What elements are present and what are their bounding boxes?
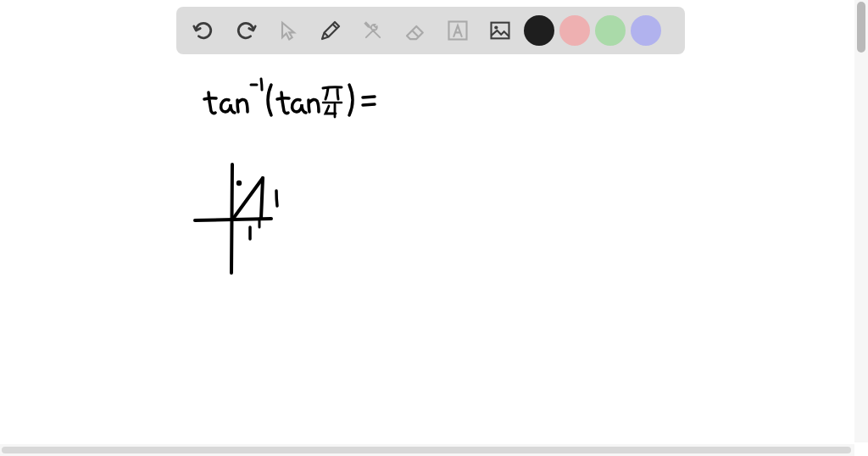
undo-icon	[191, 18, 216, 43]
drawing-canvas[interactable]	[0, 0, 853, 444]
eraser-button[interactable]	[397, 12, 434, 49]
horizontal-scrollbar-thumb[interactable]	[2, 447, 851, 453]
undo-button[interactable]	[185, 12, 222, 49]
vertical-scrollbar[interactable]	[854, 0, 868, 442]
drawing-toolbar	[176, 7, 685, 54]
color-red[interactable]	[559, 15, 590, 46]
svg-point-0	[238, 182, 240, 184]
vertical-scrollbar-thumb[interactable]	[857, 2, 865, 53]
eraser-icon	[403, 18, 428, 43]
pencil-icon	[318, 18, 343, 43]
color-black[interactable]	[524, 15, 554, 46]
cursor-icon	[276, 19, 300, 42]
image-icon	[488, 19, 512, 42]
text-button[interactable]	[439, 12, 476, 49]
horizontal-scrollbar[interactable]	[0, 444, 854, 456]
tools-icon	[361, 19, 385, 42]
pencil-button[interactable]	[312, 12, 349, 49]
redo-button[interactable]	[227, 12, 264, 49]
text-icon	[446, 19, 470, 42]
tools-button[interactable]	[354, 12, 392, 49]
handwritten-content	[0, 0, 853, 444]
cursor-button[interactable]	[270, 12, 307, 49]
color-green[interactable]	[595, 15, 626, 46]
color-blue[interactable]	[631, 15, 661, 46]
svg-rect-2	[492, 23, 509, 39]
redo-icon	[233, 18, 259, 43]
image-button[interactable]	[481, 12, 519, 49]
svg-point-3	[494, 25, 498, 29]
